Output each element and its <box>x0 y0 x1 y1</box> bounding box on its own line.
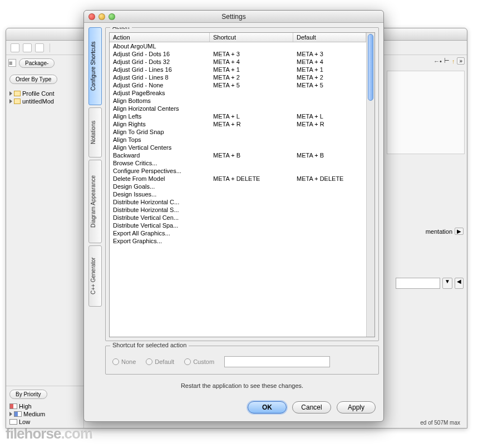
table-row[interactable]: Align LeftsMETA + LMETA + L <box>110 112 366 120</box>
priority-label[interactable]: Medium <box>23 411 45 417</box>
radio-none[interactable]: None <box>112 358 136 365</box>
shortcuts-table[interactable]: Action Shortcut Default About ArgoUMLAdj… <box>110 33 366 337</box>
toolbar-open-icon[interactable] <box>23 43 32 52</box>
zoom-icon[interactable] <box>109 13 115 20</box>
cell-default <box>293 237 366 245</box>
priority-label[interactable]: Low <box>19 419 30 425</box>
radio-icon <box>184 358 191 365</box>
cell-shortcut: META + L <box>210 112 293 120</box>
dialog-title: Settings <box>84 13 383 21</box>
line-icon[interactable]: ⊢ <box>444 57 450 65</box>
cell-default: META + DELETE <box>293 175 366 183</box>
table-row[interactable]: Align Bottoms <box>110 97 366 105</box>
col-shortcut[interactable]: Shortcut <box>210 33 293 42</box>
collapse-icon[interactable]: ◀ <box>455 278 464 289</box>
order-by-dropdown[interactable]: Order By Type <box>9 75 57 84</box>
table-row[interactable]: Distribute Horizontal S... <box>110 206 366 214</box>
cell-action: Backward <box>110 151 210 159</box>
table-row[interactable]: About ArgoUML <box>110 42 366 50</box>
scrollbar[interactable] <box>366 33 374 337</box>
priority-dropdown[interactable]: By Priority <box>9 390 47 399</box>
table-row[interactable]: Adjust Grid - Dots 16META + 3META + 3 <box>110 50 366 58</box>
cell-action: Align Lefts <box>110 112 210 120</box>
table-row[interactable]: Align To Grid Snap <box>110 128 366 136</box>
priority-low-icon <box>9 419 17 425</box>
table-row[interactable]: BackwardMETA + BMETA + B <box>110 151 366 159</box>
combo-field[interactable] <box>396 278 440 289</box>
disclosure-triangle-icon[interactable] <box>9 412 12 416</box>
tree-label[interactable]: Profile Cont <box>22 90 54 97</box>
cell-action: Adjust PageBreaks <box>110 89 210 97</box>
disclosure-triangle-icon[interactable] <box>9 99 12 104</box>
table-row[interactable]: Distribute Vertical Spa... <box>110 221 366 229</box>
cell-shortcut <box>210 190 293 198</box>
expand-icon[interactable]: ≡ <box>8 59 16 67</box>
cell-shortcut <box>210 167 293 175</box>
table-row[interactable]: Adjust Grid - Lines 16META + 1META + 1 <box>110 66 366 73</box>
table-row[interactable]: Align RightsMETA + RMETA + R <box>110 120 366 128</box>
toolbar-save-icon[interactable] <box>35 43 44 52</box>
cell-action: Adjust Grid - Dots 16 <box>110 50 210 58</box>
cell-action: Align Rights <box>110 120 210 128</box>
scrollbar-thumb[interactable] <box>368 34 373 101</box>
package-dropdown[interactable]: Package- <box>19 58 55 68</box>
table-row[interactable]: Browse Critics... <box>110 159 366 167</box>
table-row[interactable]: Adjust Grid - NoneMETA + 5META + 5 <box>110 81 366 89</box>
table-row[interactable]: Distribute Vertical Cen... <box>110 214 366 221</box>
tab-cpp-generator[interactable]: C++ Generator <box>88 245 102 307</box>
model-tree[interactable]: Profile Cont untitledMod <box>6 87 83 107</box>
table-row[interactable]: Adjust PageBreaks <box>110 89 366 97</box>
table-row[interactable]: Align Tops <box>110 136 366 144</box>
table-row[interactable]: Adjust Grid - Dots 32META + 4META + 4 <box>110 58 366 66</box>
minimize-icon[interactable] <box>98 13 105 20</box>
tab-notations[interactable]: Notations <box>88 107 102 157</box>
table-header[interactable]: Action Shortcut Default <box>110 33 366 42</box>
cell-shortcut: META + 4 <box>210 58 293 66</box>
status-bar: ed of 507M max <box>413 417 467 428</box>
table-row[interactable]: Design Goals... <box>110 183 366 190</box>
cell-default <box>293 144 366 151</box>
table-row[interactable]: Design Issues... <box>110 190 366 198</box>
tab-next-icon[interactable]: ▶ <box>455 228 464 235</box>
cell-action: Align Tops <box>110 136 210 144</box>
diagram-canvas[interactable] <box>387 71 465 154</box>
radio-default[interactable]: Default <box>146 358 174 365</box>
table-row[interactable]: Align Vertical Centers <box>110 144 366 151</box>
priority-label[interactable]: High <box>19 403 32 410</box>
arrow-up-icon[interactable]: ↑ <box>452 58 455 65</box>
combo-arrow-icon[interactable]: ▼ <box>442 278 452 289</box>
cell-shortcut <box>210 97 293 105</box>
tab-configure-shortcuts[interactable]: Configure Shortcuts <box>88 27 102 105</box>
tab-diagram-appearance[interactable]: Diagram Appearance <box>88 160 102 243</box>
radio-custom[interactable]: Custom <box>184 358 214 365</box>
settings-tabs: Configure Shortcuts Notations Diagram Ap… <box>88 27 102 392</box>
table-row[interactable]: Align Horizontal Centers <box>110 105 366 112</box>
close-icon[interactable] <box>88 13 95 20</box>
custom-shortcut-input[interactable] <box>224 356 330 367</box>
table-row[interactable]: Configure Perspectives... <box>110 167 366 175</box>
shortcut-group-legend: Shortcut for selected action <box>110 342 189 348</box>
table-row[interactable]: Adjust Grid - Lines 8META + 2META + 2 <box>110 73 366 81</box>
overflow-button[interactable]: » <box>457 57 465 65</box>
settings-dialog: Settings Configure Shortcuts Notations D… <box>83 10 384 422</box>
dialog-titlebar[interactable]: Settings <box>84 11 383 23</box>
arrow-left-icon[interactable]: ←• <box>433 58 442 65</box>
tree-label[interactable]: untitledMod <box>22 98 54 105</box>
cell-action: Design Goals... <box>110 183 210 190</box>
disclosure-triangle-icon[interactable] <box>9 91 12 96</box>
toolbar-new-icon[interactable] <box>11 43 19 52</box>
cell-shortcut <box>210 89 293 97</box>
cell-default <box>293 136 366 144</box>
tab-label[interactable]: mentation <box>426 228 452 235</box>
cell-shortcut <box>210 105 293 112</box>
table-row[interactable]: Export Graphics... <box>110 237 366 245</box>
col-default[interactable]: Default <box>293 33 366 42</box>
table-row[interactable]: Export All Graphics... <box>110 229 366 237</box>
cell-action: Align Bottoms <box>110 97 210 105</box>
table-row[interactable]: Delete From ModelMETA + DELETEMETA + DEL… <box>110 175 366 183</box>
apply-button[interactable]: Apply <box>337 401 376 413</box>
table-row[interactable]: Distribute Horizontal C... <box>110 198 366 206</box>
col-action[interactable]: Action <box>110 33 210 42</box>
cancel-button[interactable]: Cancel <box>292 401 331 413</box>
ok-button[interactable]: OK <box>248 401 287 413</box>
